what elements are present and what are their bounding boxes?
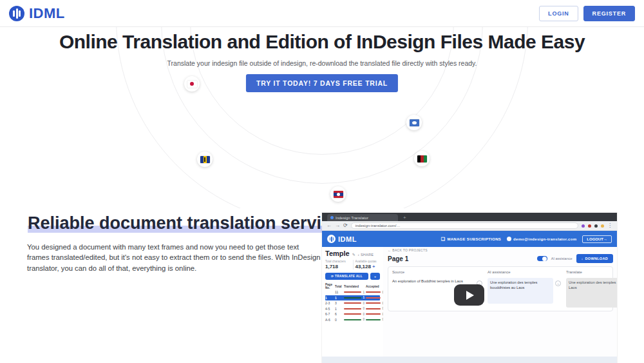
feature-body: You designed a document with many text f… xyxy=(27,242,322,273)
brand-name: IDML xyxy=(29,5,65,22)
project-name: Temple xyxy=(325,250,350,257)
page-row[interactable]: 2-3 3 0 0 xyxy=(325,300,380,306)
reload-icon[interactable]: ⟳ xyxy=(343,223,348,228)
page-row[interactable]: A-6 0 0 0 xyxy=(325,317,380,323)
translation-input[interactable]: Une exploration des temples au Laos xyxy=(566,278,617,308)
hero-decoration xyxy=(0,27,644,208)
idml-globe-icon xyxy=(327,235,336,243)
manage-subscriptions-link[interactable]: ❏ MANAGE SUBSCRIPTIONS xyxy=(441,237,501,242)
person-icon xyxy=(507,237,511,241)
copy-suggestion-icon[interactable]: › xyxy=(555,280,561,286)
menu-icon[interactable]: ⋮ xyxy=(607,223,612,228)
ai-suggestion-text[interactable]: Une exploration des temples bouddhistes … xyxy=(488,278,553,304)
browser-tab[interactable]: Indesign Translator xyxy=(327,214,398,221)
free-trial-button[interactable]: TRY IT TODAY! 7 DAYS FREE TRIAL xyxy=(246,74,398,92)
browser-toolbar: ← → ⟳ indesign-translator.com/… ⋮ xyxy=(322,221,617,231)
app-header: IDML ❏ MANAGE SUBSCRIPTIONS demo@indesig… xyxy=(322,231,617,247)
download-icon: ↓ xyxy=(582,257,583,260)
back-icon: ← xyxy=(388,248,391,252)
total-characters-value: 1,718 xyxy=(325,264,350,270)
available-quotas-value: 43,128 + xyxy=(355,264,381,270)
site-header: IDML LOGIN REGISTER xyxy=(0,0,644,27)
play-button[interactable] xyxy=(454,284,484,306)
page-row[interactable]: 4-5 1 0 0 xyxy=(325,306,380,312)
address-bar[interactable]: indesign-translator.com/… xyxy=(351,222,578,229)
extension-icon[interactable] xyxy=(582,224,585,228)
profile-avatar[interactable] xyxy=(601,224,604,228)
extension-icon[interactable] xyxy=(588,224,591,228)
extension-icon[interactable] xyxy=(594,224,598,228)
hero-subtitle: Translate your indesign file outside of … xyxy=(0,59,644,67)
edit-icon[interactable]: ✎ xyxy=(352,252,355,257)
share-icon: ‹ xyxy=(358,253,359,257)
source-text: An exploration of Buddhist temples in La… xyxy=(392,278,475,284)
favicon xyxy=(330,216,334,219)
translation-table: Source AI assistance Translate An explor… xyxy=(388,266,613,311)
translation-panel: ←BACK TO PROJECTS Page 1 AI assistance ↓… xyxy=(383,247,617,363)
account-email[interactable]: demo@indesign-translator.com xyxy=(507,237,576,241)
total-characters-label: Total characters xyxy=(325,260,350,263)
login-button[interactable]: LOGIN xyxy=(539,6,578,21)
app-brand[interactable]: IDML xyxy=(327,235,357,243)
demo-video[interactable]: Indesign Translator + ← → ⟳ indesign-tra… xyxy=(322,213,617,363)
orbit-ring xyxy=(116,27,528,208)
available-quotas-label: Available quotas xyxy=(355,260,381,263)
new-tab-button[interactable]: + xyxy=(403,214,406,221)
add-quota-button[interactable]: + xyxy=(372,264,375,269)
translate-all-icon: ⟳ xyxy=(331,275,334,278)
page-row[interactable]: 6-7 6 0 0 xyxy=(325,311,380,317)
flag-micronesia-icon xyxy=(406,115,422,130)
video-lower-area xyxy=(322,357,617,363)
ai-assistance-toggle[interactable] xyxy=(537,256,547,261)
flag-japan-icon xyxy=(184,76,200,92)
ai-assistance-label: AI assistance xyxy=(551,257,573,260)
flag-afghanistan-icon xyxy=(414,151,430,166)
logout-button[interactable]: LOGOUT→ xyxy=(582,235,612,243)
play-icon xyxy=(466,291,474,300)
landing-page: IDML LOGIN REGISTER Online Translation a… xyxy=(0,0,644,363)
share-link[interactable]: ‹SHARE xyxy=(358,253,374,257)
pages-table: Page No. Total Translated Accepted 11 1 … xyxy=(325,283,380,322)
brand-logo[interactable]: IDML xyxy=(9,5,65,22)
hero-title: Online Translation and Edition of InDesi… xyxy=(0,31,644,53)
tab-title: Indesign Translator xyxy=(336,216,368,220)
back-to-projects-link[interactable]: ←BACK TO PROJECTS xyxy=(388,248,613,252)
bookmark-icon: ❏ xyxy=(441,237,446,242)
register-button[interactable]: REGISTER xyxy=(583,6,635,21)
export-mini-button[interactable]: + xyxy=(370,273,380,280)
download-button[interactable]: ↓DOWNLOAD xyxy=(576,254,613,263)
page-row[interactable]: 11 1 0 xyxy=(325,289,380,295)
back-icon[interactable]: ← xyxy=(327,223,332,228)
flag-barbados-icon xyxy=(197,152,213,167)
translation-row: An exploration of Buddhist temples in La… xyxy=(392,278,609,308)
feature-title: Reliable document translation service xyxy=(28,213,350,233)
header-actions: LOGIN REGISTER xyxy=(539,6,635,21)
project-sidebar: Temple ✎ ‹SHARE Total characters 1,718 A… xyxy=(322,247,383,363)
page-row-selected[interactable]: 1 1 1 0 xyxy=(325,295,380,301)
browser-tab-bar: Indesign Translator + xyxy=(322,213,617,221)
flag-laos-icon xyxy=(330,186,346,202)
idml-globe-icon xyxy=(9,6,24,21)
translate-all-button[interactable]: ⟳ TRANSLATE ALL xyxy=(325,273,368,280)
logout-icon: → xyxy=(603,237,607,241)
page-title: Page 1 xyxy=(388,255,408,262)
forward-icon[interactable]: → xyxy=(335,223,340,228)
quota-stats: Total characters 1,718 Available quotas … xyxy=(325,260,380,270)
